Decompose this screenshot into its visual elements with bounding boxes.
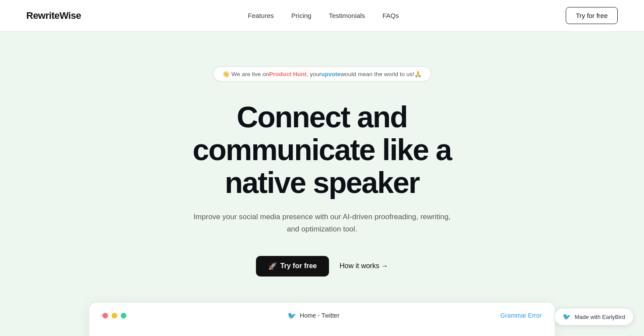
ph-text-before: We are live on — [231, 71, 269, 77]
window-dots — [102, 313, 126, 318]
app-preview-top-bar: 🐦 Home - Twitter Grammar Error — [102, 312, 542, 320]
hero-section: 👋 We are live on Product Hunt , your upv… — [0, 32, 644, 336]
cta-group: 🚀 Try for free How it works → — [256, 256, 388, 276]
earlybird-label: Made with EarlyBird — [574, 314, 625, 320]
hero-subheading: Improve your social media presence with … — [191, 211, 453, 234]
ph-text-middle: , your — [307, 71, 322, 77]
hero-cta-primary-button[interactable]: 🚀 Try for free — [256, 256, 329, 276]
nav-link-pricing[interactable]: Pricing — [291, 12, 312, 19]
hero-cta-secondary-button[interactable]: How it works → — [340, 262, 388, 270]
hero-heading-line2: communicate like a — [192, 133, 451, 166]
hero-heading-line1: Connect and — [237, 100, 407, 133]
nav-link-features[interactable]: Features — [248, 12, 274, 19]
twitter-icon: 🐦 — [287, 312, 296, 320]
earlybird-icon: 🐦 — [563, 313, 571, 321]
pray-emoji: 🙏 — [414, 70, 422, 77]
rocket-emoji: 🚀 — [268, 262, 277, 270]
nav-link-testimonials[interactable]: Testimonials — [329, 12, 365, 19]
hero-heading-line3: native speaker — [225, 166, 420, 199]
nav-link-faqs[interactable]: FAQs — [382, 12, 399, 19]
dot-red — [102, 313, 108, 318]
grammar-error-badge: Grammar Error — [500, 312, 542, 319]
ph-banner[interactable]: 👋 We are live on Product Hunt , your upv… — [213, 66, 430, 81]
hero-cta-primary-label: Try for free — [280, 262, 317, 270]
ph-text-after: would mean the world to us! — [341, 71, 414, 77]
logo[interactable]: RewriteWise — [26, 10, 81, 21]
twitter-label: Home - Twitter — [300, 312, 340, 319]
earlybird-widget[interactable]: 🐦 Made with EarlyBird — [554, 308, 634, 326]
dot-green — [121, 313, 126, 318]
twitter-bar: 🐦 Home - Twitter — [287, 312, 340, 320]
navbar-cta-button[interactable]: Try for free — [566, 7, 618, 24]
ph-upvote-text: upvote — [321, 71, 340, 77]
hero-heading: Connect and communicate like a native sp… — [192, 101, 451, 199]
ph-link[interactable]: Product Hunt — [269, 71, 307, 77]
app-preview-card: 🐦 Home - Twitter Grammar Error — [89, 303, 555, 336]
nav-links: Features Pricing Testimonials FAQs — [248, 12, 399, 20]
dot-yellow — [112, 313, 117, 318]
navbar: RewriteWise Features Pricing Testimonial… — [0, 0, 644, 32]
wave-emoji: 👋 — [222, 70, 230, 77]
